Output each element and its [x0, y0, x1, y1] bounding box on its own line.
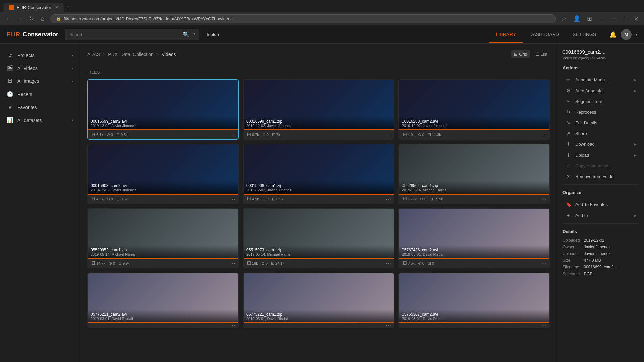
copy-annotations-icon: ⎘ [565, 163, 572, 168]
notifications-icon[interactable]: 🔔 [609, 31, 617, 38]
more-options-button[interactable]: ⋯ [230, 196, 235, 202]
remove-from-folder-icon: ✕ [565, 174, 572, 179]
more-options-button[interactable]: ⋯ [541, 260, 547, 267]
tab-close-button[interactable]: ✕ [55, 5, 58, 10]
video-title: 00015908_cam1.zip [246, 183, 391, 188]
sidebar-item-all-videos[interactable]: 🎬 All videos ▾ [0, 62, 80, 75]
video-card[interactable]: 05520852_cam1.zip 2019-05-14, Michael Ha… [87, 208, 239, 268]
video-card[interactable]: 05528564_cam1.zip 2019-05-14, Michael Ha… [398, 144, 550, 204]
nav-dashboard[interactable]: DASHBOARD [523, 26, 566, 43]
action-share[interactable]: ↗ Share [562, 128, 639, 139]
video-card[interactable]: 05765307_cam2.avi 2019-03-01, David Risd… [398, 273, 550, 328]
annotation-count: ⊙ 0 [107, 132, 113, 137]
search-bar[interactable]: 🔍 ? [65, 29, 199, 40]
size-icon: ⊡ [428, 132, 431, 137]
frames-icon: 🎞 [247, 197, 251, 201]
video-date: 2019-03-01, David Risdall [402, 317, 547, 321]
video-card[interactable]: 05515973_cam1.zip 2019-05-14, Michael Ha… [243, 208, 394, 268]
help-icon[interactable]: ? [192, 32, 195, 37]
breadcrumb-pdx[interactable]: PDX_Data_Collection [108, 52, 153, 57]
more-options-button[interactable]: ⋯ [386, 132, 391, 138]
maximize-window-button[interactable]: □ [621, 14, 630, 23]
annotations-icon: ⊙ [261, 261, 265, 266]
address-bar[interactable]: 🔒 flirconservator.com/projects/fJDrPhxcq… [50, 14, 556, 23]
back-button[interactable]: ← [3, 14, 13, 24]
browser-tab[interactable]: FLIR Conservator ✕ [3, 3, 64, 12]
app-logo: FLIR Conservator [7, 31, 58, 38]
video-card[interactable]: 00016283_cam2.avi 2019-12-02, Javier Jim… [398, 79, 550, 140]
video-card[interactable]: 05775221_cam2.avi 2019-03-01, David Risd… [87, 273, 239, 328]
menu-button[interactable]: ⋮ [597, 14, 607, 24]
projects-icon: 🗂 [7, 52, 13, 58]
grid-view-button[interactable]: ⊞ Grid [511, 50, 530, 58]
annotation-count: ⊙ 0 [262, 197, 269, 201]
action-reprocess[interactable]: ↻ Reprocess [562, 107, 639, 117]
sidebar-item-favorites[interactable]: ★ Favorites [0, 101, 80, 114]
more-options-button[interactable]: ⋯ [541, 322, 547, 328]
list-view-button[interactable]: ☰ List [533, 50, 550, 58]
organize-action-add-to[interactable]: + Add to ▶ [562, 210, 639, 221]
annotations-icon: ⊙ [107, 197, 110, 201]
grid-icon: ⊞ [514, 52, 518, 57]
action-annotate[interactable]: ✏ Annotate Manu... ▶ [562, 74, 639, 85]
extensions-button[interactable]: ⊞ [584, 14, 594, 24]
video-card[interactable]: 05775221_cam1.zip 2019-03-01, David Risd… [243, 273, 394, 328]
home-button[interactable]: ⌂ [38, 14, 48, 24]
close-window-button[interactable]: ✕ [631, 14, 641, 23]
forward-button[interactable]: → [15, 14, 25, 24]
sidebar-item-projects[interactable]: 🗂 Projects ▾ [0, 49, 80, 62]
bookmark-button[interactable]: ☆ [559, 14, 569, 24]
nav-settings[interactable]: SETTINGS [566, 26, 603, 43]
search-input[interactable] [69, 32, 180, 37]
breadcrumb-adas[interactable]: ADAS [87, 52, 100, 57]
upload-icon: ⬆ [565, 152, 572, 158]
action-auto-annotate[interactable]: ⚙ Auto Annotate ▶ [562, 85, 639, 96]
video-meta: 🎞 4.9k ⊙ 0 ⊡ 11.3k ⋯ [399, 130, 549, 139]
more-options-button[interactable]: ⋯ [230, 260, 235, 267]
more-options-button[interactable]: ⋯ [386, 322, 391, 328]
video-thumbnail: 00015908_cam2.avi 2019-12-02, Javier Jim… [88, 144, 238, 195]
more-options-button[interactable]: ⋯ [386, 196, 391, 202]
more-options-button[interactable]: ⋯ [386, 260, 391, 267]
frame-count: 🎞 6.1k [91, 132, 103, 137]
projects-chevron-icon: ▾ [72, 54, 73, 57]
organize-action-add-to-favorites[interactable]: 🔖 Add To Favorites [562, 199, 639, 210]
account-chevron-icon[interactable]: ▾ [636, 33, 637, 36]
action-remove-from-folder[interactable]: ✕ Remove from Folder [562, 171, 639, 182]
right-panel: 00016699_cam2.... Video id: yqAebjYhT5Ai… [557, 44, 644, 362]
action-segment-tool[interactable]: ✂ Segment Tool [562, 96, 639, 107]
more-options-button[interactable]: ⋯ [541, 132, 547, 138]
sidebar-item-all-images[interactable]: 🖼 All images ▾ [0, 75, 80, 87]
files-section: FILES 00016699_cam2.avi 2019-12-02, Javi… [87, 70, 550, 328]
video-card[interactable]: 05767436_cam2.avi 2019-03-01, David Risd… [398, 208, 550, 268]
add-to-favorites-icon: 🔖 [565, 202, 572, 207]
video-card[interactable]: 00015908_cam1.zip 2019-12-02, Javier Jim… [243, 144, 394, 204]
video-card[interactable]: 00016699_cam1.zip 2019-12-02, Javier Jim… [243, 79, 394, 140]
app-header: FLIR Conservator 🔍 ? Tools ▾ LIBRARY DAS… [0, 25, 644, 44]
annotation-count: ⊙ 0 [418, 261, 424, 266]
tools-button[interactable]: Tools ▾ [206, 32, 220, 37]
more-options-button[interactable]: ⋯ [230, 322, 235, 328]
minimize-window-button[interactable]: ─ [610, 14, 619, 23]
sidebar: 🗂 Projects ▾ 🎬 All videos ▾ 🖼 All images… [0, 44, 80, 362]
action-upload[interactable]: ⬆ Upload ▶ [562, 149, 639, 160]
new-tab-button[interactable]: + [64, 2, 73, 12]
video-meta: 🎞 6.1k ⊙ 0 ⊡ 9.5k ⋯ [88, 130, 238, 139]
nav-library[interactable]: LIBRARY [489, 26, 523, 43]
more-options-button[interactable]: ⋯ [230, 132, 235, 138]
action-edit-details[interactable]: ✎ Edit Details [562, 117, 639, 128]
breadcrumb: ADAS > PDX_Data_Collection > Videos [87, 52, 176, 57]
profile-button[interactable]: 👤 [572, 14, 582, 24]
remove-from-folder-label: Remove from Folder [575, 174, 615, 179]
video-card[interactable]: 00016699_cam2.avi 2019-12-02, Javier Jim… [87, 79, 239, 140]
refresh-button[interactable]: ↻ [26, 14, 36, 24]
sidebar-item-all-datasets[interactable]: 📊 All datasets ▾ [0, 114, 80, 127]
frame-count: 🎞 14.7k [91, 261, 105, 266]
video-card[interactable]: 00015908_cam2.avi 2019-12-02, Javier Jim… [87, 144, 239, 204]
action-download[interactable]: ⬇ Download ▶ [562, 139, 639, 149]
all-datasets-chevron-icon: ▾ [72, 118, 73, 122]
more-options-button[interactable]: ⋯ [541, 196, 547, 202]
sidebar-label-recent: Recent [17, 92, 32, 97]
sidebar-item-recent[interactable]: 🕐 Recent [0, 87, 80, 101]
avatar[interactable]: M [621, 29, 632, 40]
